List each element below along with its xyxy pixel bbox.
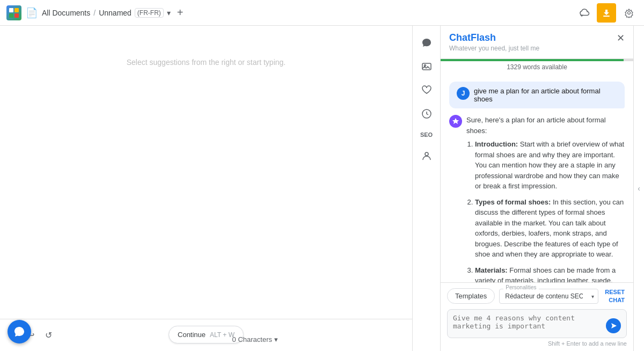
personalities-wrapper: Personalities Rédacteur de contenu SEO ▾	[499, 289, 598, 304]
sidebar-seo-button[interactable]: SEO	[416, 127, 437, 143]
assistant-list: Introduction: Start with a brief overvie…	[466, 139, 625, 282]
chat-close-button[interactable]: ✕	[617, 32, 625, 44]
reset-label-line1: RESET	[605, 289, 625, 295]
topbar: 📄 All Documents / Unnamed (FR-FR) ▾ +	[0, 0, 644, 26]
reset-chat-button[interactable]: RESET CHAT	[603, 287, 627, 305]
chat-input[interactable]	[453, 314, 602, 333]
personalities-label: Personalities	[503, 284, 538, 290]
chat-subtitle: Whatever you need, just tell me	[449, 45, 539, 52]
breadcrumb-sep: /	[93, 9, 96, 17]
breadcrumb-all-docs[interactable]: All Documents	[42, 9, 90, 17]
redo-button[interactable]: ↺	[43, 328, 54, 342]
reset-label-line2: CHAT	[609, 297, 625, 303]
main-area: Select suggestions from the right or sta…	[0, 26, 644, 351]
svg-point-9	[425, 152, 428, 156]
sidebar-icons: SEO	[412, 26, 440, 351]
app-logo	[6, 5, 21, 20]
settings-button[interactable]	[620, 4, 638, 21]
templates-button[interactable]: Templates	[447, 288, 495, 304]
char-count[interactable]: 0 Characters ▾	[232, 335, 278, 343]
chat-bottom: Templates Personalities Rédacteur de con…	[441, 282, 633, 351]
editor-content[interactable]: Select suggestions from the right or sta…	[0, 26, 412, 319]
download-button[interactable]	[597, 3, 616, 23]
char-count-dropdown-icon[interactable]: ▾	[274, 335, 278, 343]
sidebar-history-button[interactable]	[416, 103, 437, 125]
expand-panel-button[interactable]: ‹	[633, 26, 644, 351]
list-item: Types of formal shoes: In this section, …	[475, 197, 625, 260]
user-avatar: J	[457, 87, 470, 100]
assistant-avatar	[449, 115, 462, 128]
expand-icon: ‹	[638, 184, 640, 193]
sidebar-chat-button[interactable]	[416, 32, 437, 54]
chat-messages: J give me a plan for an article about fo…	[441, 75, 633, 282]
svg-point-5	[628, 11, 631, 14]
add-tab-button[interactable]: +	[177, 6, 184, 19]
chat-bubble-button[interactable]	[8, 320, 31, 343]
breadcrumb: All Documents / Unnamed (FR-FR) ▾	[42, 8, 171, 18]
breadcrumb-dropdown-icon[interactable]: ▾	[167, 9, 171, 17]
svg-marker-10	[452, 118, 459, 124]
continue-shortcut: ALT + W	[210, 331, 235, 339]
chat-words-available: 1329 words available	[441, 61, 633, 75]
svg-rect-2	[9, 13, 13, 18]
doc-icon: 📄	[26, 7, 38, 19]
svg-marker-11	[611, 323, 617, 328]
svg-rect-3	[14, 13, 19, 18]
svg-rect-0	[9, 8, 13, 12]
chat-panel: ChatFlash Whatever you need, just tell m…	[440, 26, 633, 351]
breadcrumb-doc-name[interactable]: Unnamed	[99, 9, 131, 17]
continue-label: Continue	[178, 331, 206, 339]
assistant-content: Sure, here's a plan for an article about…	[466, 115, 625, 282]
editor-area: Select suggestions from the right or sta…	[0, 26, 412, 351]
char-count-value: 0 Characters	[232, 335, 272, 343]
cloud-button[interactable]	[575, 4, 592, 21]
user-message-text: give me a plan for an article about form…	[474, 87, 617, 103]
assistant-intro: Sure, here's a plan for an article about…	[466, 115, 625, 136]
editor-placeholder: Select suggestions from the right or sta…	[127, 58, 286, 67]
user-message: J give me a plan for an article about fo…	[449, 82, 625, 108]
list-item: Materials: Formal shoes can be made from…	[475, 265, 625, 283]
sidebar-favorites-button[interactable]	[416, 79, 437, 101]
chat-header: ChatFlash Whatever you need, just tell m…	[441, 26, 633, 59]
assistant-message: Sure, here's a plan for an article about…	[449, 115, 625, 282]
svg-rect-4	[603, 16, 610, 17]
sidebar-image-button[interactable]	[416, 56, 437, 77]
sidebar-person-button[interactable]	[416, 145, 437, 166]
personalities-select[interactable]: Rédacteur de contenu SEO	[499, 289, 598, 304]
chat-send-button[interactable]	[606, 318, 621, 333]
svg-rect-1	[14, 8, 19, 12]
breadcrumb-lang: (FR-FR)	[135, 8, 164, 18]
chat-title: ChatFlash	[449, 32, 539, 43]
list-item: Introduction: Start with a brief overvie…	[475, 139, 625, 192]
chat-input-row	[447, 309, 627, 338]
chat-hint: Shift + Enter to add a new line	[447, 340, 627, 347]
chat-controls-row: Templates Personalities Rédacteur de con…	[447, 287, 627, 305]
